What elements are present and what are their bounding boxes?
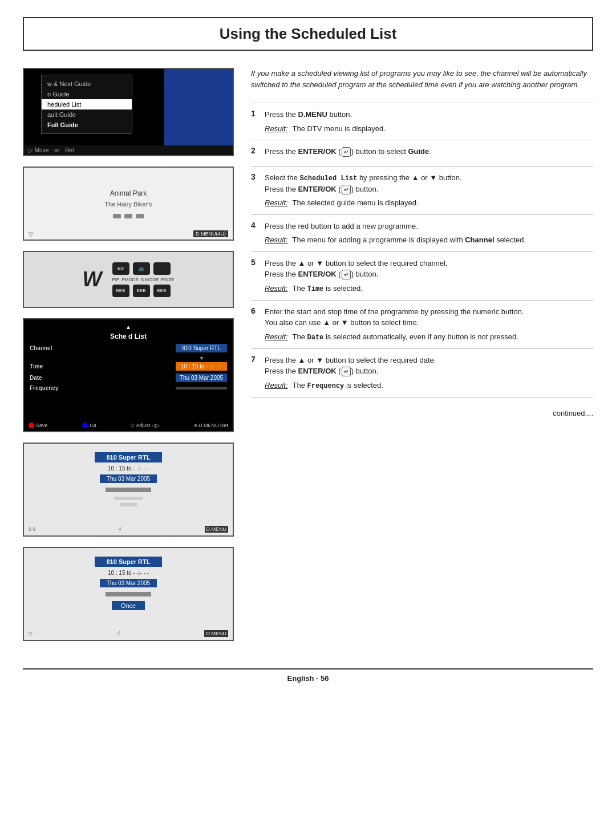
screen1-inner: w & Next Guide o Guide heduled List ault… (24, 69, 233, 155)
btn-b3: EEB (153, 285, 171, 297)
menu-item-2: o Guide (42, 89, 132, 99)
step2-main: Press the ENTER/OK (↵) button to select … (265, 146, 593, 157)
s4-mid-arrow: ▼ (30, 355, 227, 361)
main-layout: w & Next Guide o Guide heduled List ault… (23, 68, 593, 651)
step3-result-text: The selected guide menu is displayed. (292, 197, 418, 209)
step-row-3: 3 Select the Scheduled List by pressing … (251, 166, 593, 214)
s4-frequency-value (176, 387, 227, 389)
s6-date: Thu 03 Mar 2005 (100, 579, 157, 587)
tv-btn-group: 📺 (133, 262, 150, 275)
enter-ok-icon-2: ↵ (342, 147, 351, 157)
step4-result-label: Result: (265, 234, 287, 246)
s6-bar (106, 592, 151, 596)
step-row-2: 2 Press the ENTER/OK (↵) button to selec… (251, 140, 593, 167)
step4-main: Press the red button to add a new progra… (265, 221, 593, 232)
enterok-bold-2: ENTER/OK (298, 147, 337, 156)
s4-time-value: 10 : 15 to - -:- - - (176, 362, 227, 371)
remote-top-row: ED 📺 (112, 262, 175, 275)
s4-time-label: Time (30, 363, 43, 370)
screen1-container: w & Next Guide o Guide heduled List ault… (23, 68, 234, 156)
step4-result-text: The menu for adding a programme is displ… (292, 234, 526, 246)
s4-title: Sche d List (30, 332, 227, 340)
screen3-inner: W ED 📺 PIP (24, 252, 233, 307)
s4-time-row: Time 10 : 15 to - -:- - - (30, 362, 227, 371)
continued-text: continued.... (251, 409, 593, 417)
step6-main: Enter the start and stop time of the pro… (265, 306, 593, 328)
step1-main: Press the D.MENU button. (265, 109, 593, 120)
bottom-bar: English - 56 (23, 668, 593, 683)
s5-mini-bar1 (114, 497, 143, 500)
remote-buttons: ED 📺 PIP PMODE S.MODE PSIZE (112, 262, 175, 297)
dot3 (136, 214, 144, 218)
screen5-container: 810 Super RTL 10 : 15 to - -:- - - Thu 0… (23, 443, 234, 537)
page-title: Using the Scheduled List (220, 25, 397, 42)
step1-result-text: The DTV menu is displayed. (292, 123, 385, 135)
s6-bottom: ▽ √ D.MENU (24, 630, 233, 637)
dot1 (113, 214, 121, 218)
s5-bottom: 0 9 √ D.MENU (24, 526, 233, 533)
step6-result: Result: The Date is selected automatical… (265, 331, 593, 343)
enterok-bold-3: ENTER/OK (298, 185, 337, 193)
step3-main: Select the Scheduled List by pressing th… (265, 172, 593, 195)
pip-label: PIP (112, 277, 120, 282)
step3-result-label: Result: (265, 197, 287, 209)
blue-circle (82, 423, 88, 428)
blank-btn (153, 262, 171, 275)
tv-btn: 📺 (133, 262, 150, 275)
step-num-3: 3 (251, 166, 265, 214)
step5-result: Result: The Time is selected. (265, 283, 593, 294)
s6-check: √ (117, 631, 120, 636)
step7-main: Press the ▲ or ▼ button to select the re… (265, 355, 593, 377)
enter-ok-icon-3: ↵ (342, 185, 351, 194)
step-num-1: 1 (251, 103, 265, 140)
step-content-6: Enter the start and stop time of the pro… (265, 300, 593, 348)
s4-frequency-row: Frequency (30, 385, 227, 391)
step-content-4: Press the red button to add a new progra… (265, 214, 593, 251)
smode-label: S.MODE (141, 277, 159, 282)
scheduled-list-mono: Scheduled List (299, 175, 357, 182)
step-content-3: Select the Scheduled List by pressing th… (265, 166, 593, 214)
date-bold: Date (307, 332, 323, 341)
screen3-container: W ED 📺 PIP (23, 251, 234, 308)
remote-labels-row: PIP PMODE S.MODE PSIZE (112, 277, 175, 282)
step-row-5: 5 Press the ▲ or ▼ button to select the … (251, 251, 593, 300)
english-label: English - 56 (287, 674, 329, 683)
intro-text: If you make a scheduled viewing list of … (251, 68, 593, 90)
step6-result-text: The Date is selected automatically, even… (292, 331, 518, 343)
frequency-bold: Frequency (307, 381, 344, 389)
s5-time: 10 : 15 to - -:- - - (108, 465, 149, 472)
s4-channel-label: Channel (30, 345, 52, 351)
page-title-box: Using the Scheduled List (23, 17, 593, 51)
screen2-text2: The Hairy Biker's (104, 201, 152, 208)
s5-channel: 810 Super RTL (95, 452, 161, 462)
s4-channel-row: Channel 810 Super RTL (30, 344, 227, 352)
menu-item-1: w & Next Guide (42, 79, 132, 89)
s5-mini-bar2 (120, 503, 137, 506)
s4-cancel-btn: Ca (82, 423, 96, 428)
psize-label: PSIZE (161, 277, 174, 282)
s6-time: 10 : 15 to - -:- - - (108, 570, 149, 576)
screen6-container: 810 Super RTL 10 : 15 to - -:- - - Thu 0… (23, 547, 234, 641)
s4-enter-ret: e D.MENU Ret (194, 423, 228, 428)
s5-bar (106, 488, 151, 492)
step-content-1: Press the D.MENU button. Result: The DTV… (265, 103, 593, 140)
step-row-1: 1 Press the D.MENU button. Result: The D… (251, 103, 593, 140)
step7-result: Result: The Frequency is selected. (265, 380, 593, 391)
menu-item-full-guide: Full Guide (42, 120, 132, 130)
screen1-bottom-bar: ▷ Move er Ret (24, 145, 233, 155)
guide-bold: Guide (408, 147, 429, 156)
pmode-label: PMODE (121, 277, 138, 282)
step-row-7: 7 Press the ▲ or ▼ button to select the … (251, 348, 593, 397)
left-column: w & Next Guide o Guide heduled List ault… (23, 68, 234, 651)
step-num-6: 6 (251, 300, 265, 348)
bottom-return: Ret (65, 147, 74, 153)
step5-result-text: The Time is selected. (292, 283, 362, 294)
screen6-inner: 810 Super RTL 10 : 15 to - -:- - - Thu 0… (24, 548, 233, 640)
screen2-inner: Animal Park The Hairy Biker's ▽ D.MENU(4… (24, 168, 233, 240)
s4-bottom-bar: Save Ca ▽ Adjust ◁▷ e D.MENU Ret (24, 423, 233, 428)
bottom-enter: er (54, 147, 59, 153)
menu-item-4: ault Guide (42, 109, 132, 120)
s5-dmenu: D.MENU (205, 526, 229, 533)
s5-check: √ (119, 526, 121, 532)
step-num-4: 4 (251, 214, 265, 251)
